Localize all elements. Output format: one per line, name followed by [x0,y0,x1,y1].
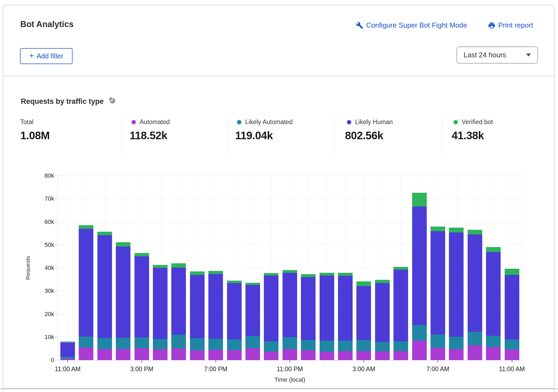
bar-segment-likely-automated[interactable] [171,335,186,348]
bar-segment-verified-bot[interactable] [375,280,390,283]
bar-segment-automated[interactable] [468,345,482,360]
bar-segment-likely-automated[interactable] [153,339,168,349]
bar-segment-automated[interactable] [79,348,93,360]
bar-segment-likely-automated[interactable] [431,334,445,348]
bar-segment-likely-human[interactable] [79,229,93,337]
bar-segment-automated[interactable] [208,350,223,360]
bar-segment-likely-human[interactable] [356,286,371,340]
bar-segment-likely-automated[interactable] [264,341,278,352]
bar-segment-likely-human[interactable] [134,256,149,337]
bar-segment-verified-bot[interactable] [208,271,223,274]
bar-segment-verified-bot[interactable] [227,281,242,283]
bar-segment-automated[interactable] [431,348,445,360]
bar-segment-likely-automated[interactable] [116,338,130,349]
bar-segment-verified-bot[interactable] [468,230,482,234]
bar-segment-likely-automated[interactable] [320,341,334,352]
bar-segment-verified-bot[interactable] [153,265,168,268]
bar-segment-verified-bot[interactable] [505,269,519,275]
bar-segment-verified-bot[interactable] [97,232,112,235]
bar-segment-likely-human[interactable] [301,277,316,340]
bar-segment-likely-automated[interactable] [301,340,316,350]
bar-segment-likely-human[interactable] [505,275,519,340]
bar-segment-likely-human[interactable] [60,342,75,357]
bar-segment-likely-human[interactable] [171,268,186,335]
bar-segment-automated[interactable] [486,347,501,360]
bar-segment-likely-human[interactable] [190,275,205,338]
time-range-dropdown[interactable]: Last 24 hours [457,46,538,64]
bar-segment-likely-human[interactable] [449,232,464,337]
bar-segment-verified-bot[interactable] [264,273,278,275]
bar-segment-likely-automated[interactable] [468,332,482,345]
bar-segment-automated[interactable] [171,348,186,360]
bar-segment-verified-bot[interactable] [116,242,130,246]
bar-segment-verified-bot[interactable] [301,274,316,277]
bar-segment-likely-human[interactable] [412,207,427,325]
bar-segment-automated[interactable] [449,349,464,360]
bar-segment-verified-bot[interactable] [449,228,464,232]
bar-segment-likely-human[interactable] [245,285,260,336]
bar-segment-verified-bot[interactable] [245,283,260,285]
bar-segment-likely-automated[interactable] [505,340,519,350]
bar-segment-likely-automated[interactable] [134,337,149,348]
bar-segment-likely-human[interactable] [375,283,390,342]
bar-segment-likely-automated[interactable] [208,339,223,350]
bar-segment-automated[interactable] [153,349,168,360]
bar-segment-likely-human[interactable] [283,273,297,337]
bar-segment-likely-human[interactable] [264,275,278,341]
add-filter-button[interactable]: + Add filter [20,48,73,64]
bar-segment-likely-automated[interactable] [338,341,353,351]
bar-segment-verified-bot[interactable] [283,270,297,273]
bar-segment-automated[interactable] [412,341,427,360]
bar-segment-likely-human[interactable] [116,247,130,338]
bar-segment-likely-automated[interactable] [190,338,205,350]
bar-segment-likely-human[interactable] [486,252,501,336]
bar-segment-likely-human[interactable] [97,235,112,338]
bar-segment-verified-bot[interactable] [134,253,149,257]
bar-segment-likely-automated[interactable] [393,341,408,351]
bar-segment-likely-human[interactable] [208,274,223,339]
bar-segment-automated[interactable] [245,348,260,360]
bar-segment-automated[interactable] [356,351,371,360]
bar-segment-likely-automated[interactable] [449,337,464,349]
bar-segment-automated[interactable] [301,350,316,360]
bar-segment-likely-automated[interactable] [245,336,260,348]
bar-segment-verified-bot[interactable] [431,227,445,231]
bar-segment-likely-automated[interactable] [412,325,427,341]
bar-segment-verified-bot[interactable] [356,281,371,286]
bar-segment-automated[interactable] [375,351,390,360]
bar-segment-likely-human[interactable] [153,268,168,339]
bar-segment-verified-bot[interactable] [60,341,75,342]
bar-segment-likely-human[interactable] [393,270,408,341]
bar-segment-likely-automated[interactable] [227,339,242,350]
bar-segment-verified-bot[interactable] [320,273,334,275]
bar-segment-likely-automated[interactable] [356,340,371,351]
bar-segment-verified-bot[interactable] [79,225,93,229]
configure-super-bot-fight-mode-link[interactable]: Configure Super Bot Fight Mode [356,21,467,29]
bar-segment-automated[interactable] [190,350,205,360]
bar-segment-automated[interactable] [320,352,334,360]
bar-segment-likely-human[interactable] [338,276,353,341]
bar-segment-verified-bot[interactable] [171,263,186,268]
bar-segment-automated[interactable] [227,350,242,360]
bar-segment-likely-human[interactable] [431,231,445,334]
bar-segment-automated[interactable] [393,351,408,360]
bar-segment-likely-automated[interactable] [79,337,93,348]
bar-segment-automated[interactable] [338,351,353,360]
bar-segment-verified-bot[interactable] [412,193,427,207]
bar-segment-verified-bot[interactable] [393,267,408,270]
bar-segment-automated[interactable] [505,350,519,360]
bar-segment-automated[interactable] [116,349,130,360]
bar-segment-likely-human[interactable] [468,234,482,332]
bar-segment-automated[interactable] [97,349,112,360]
bar-segment-automated[interactable] [264,352,278,360]
bar-segment-verified-bot[interactable] [486,247,501,252]
bar-segment-likely-automated[interactable] [60,357,75,359]
print-report-link[interactable]: Print report [488,21,533,29]
bar-segment-likely-automated[interactable] [486,336,501,347]
bar-segment-automated[interactable] [283,349,297,360]
bar-segment-likely-automated[interactable] [375,342,390,352]
bar-segment-likely-human[interactable] [227,283,242,339]
bar-segment-likely-automated[interactable] [97,338,112,349]
bar-segment-automated[interactable] [60,359,75,360]
bar-segment-automated[interactable] [134,348,149,360]
